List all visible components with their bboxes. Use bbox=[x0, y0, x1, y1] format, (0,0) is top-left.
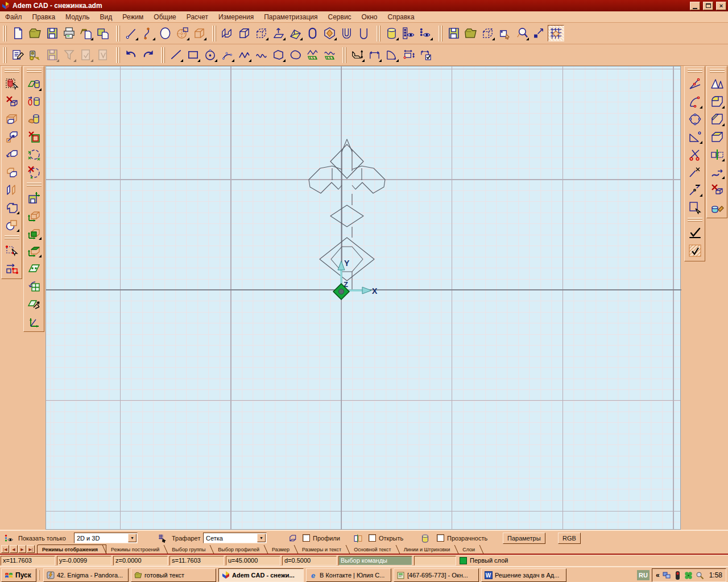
tab-construction-modes[interactable]: Режимы построений bbox=[106, 545, 167, 554]
save-button[interactable] bbox=[44, 25, 60, 41]
layer-visibility-button[interactable] bbox=[400, 25, 417, 41]
stencil-select[interactable]: Сетка ▼ bbox=[203, 533, 267, 543]
toolbar-grip[interactable] bbox=[710, 69, 725, 73]
network-tray-icon[interactable] bbox=[663, 571, 671, 580]
solid-box-button[interactable] bbox=[236, 25, 253, 41]
triangle-node-button[interactable] bbox=[686, 128, 704, 145]
properties-button[interactable] bbox=[10, 47, 26, 63]
toolbar-grip[interactable] bbox=[342, 47, 348, 63]
delete-face-button[interactable] bbox=[25, 128, 43, 145]
taskbar-item-adem-active[interactable]: Adem CAD - снежи... bbox=[218, 568, 304, 582]
axis-triad-button[interactable] bbox=[25, 313, 43, 329]
break-button[interactable] bbox=[686, 181, 704, 198]
chevron-down-icon[interactable]: ▼ bbox=[128, 534, 136, 542]
menu-service[interactable]: Сервис bbox=[323, 12, 357, 22]
spline-tool-button[interactable] bbox=[253, 47, 270, 63]
menu-mode[interactable]: Режим bbox=[117, 12, 148, 22]
chamfer-surface-button[interactable] bbox=[708, 111, 726, 127]
apply-check-button[interactable] bbox=[686, 225, 704, 241]
solid-shield-button[interactable] bbox=[321, 25, 338, 41]
cylinder-ops-button[interactable] bbox=[383, 25, 400, 41]
icq-clover-tray-icon[interactable] bbox=[684, 571, 693, 580]
point-visibility-button[interactable] bbox=[417, 25, 434, 41]
profiles-icon-button[interactable] bbox=[288, 533, 299, 544]
new-file-button[interactable] bbox=[10, 25, 26, 41]
toolbar-grip[interactable] bbox=[3, 47, 8, 63]
menu-calc[interactable]: Расчет bbox=[181, 12, 213, 22]
taskbar-item-winamp[interactable]: 42. Enigma - Pandora... bbox=[43, 568, 129, 582]
tab-lines-hatch[interactable]: Линии и Штриховки bbox=[399, 545, 458, 554]
menu-edit[interactable]: Правка bbox=[27, 12, 61, 22]
hatch-spline-tool-button[interactable] bbox=[321, 47, 338, 63]
menu-module[interactable]: Модуль bbox=[60, 12, 95, 22]
toolbar-grip[interactable] bbox=[27, 182, 42, 187]
redo-button[interactable] bbox=[140, 47, 156, 63]
closed-spline-tool-button[interactable] bbox=[287, 47, 304, 63]
solid-u-profile-button[interactable] bbox=[355, 25, 372, 41]
section-plane-button[interactable] bbox=[25, 76, 43, 92]
project-cylinder-button[interactable] bbox=[25, 93, 43, 110]
hatch-contour-tool-button[interactable] bbox=[304, 47, 321, 63]
menu-file[interactable]: Файл bbox=[0, 12, 27, 22]
contour-tool-button[interactable] bbox=[270, 47, 287, 63]
toolbar-grip[interactable] bbox=[5, 235, 19, 240]
move-points-button[interactable] bbox=[3, 260, 20, 276]
transparency-icon-button[interactable] bbox=[420, 533, 431, 544]
measure-radius-button[interactable] bbox=[686, 93, 704, 110]
surface-mesh-button[interactable] bbox=[708, 76, 726, 92]
sketch-box-button[interactable] bbox=[191, 25, 208, 41]
show-only-select[interactable]: 2D и 3D ▼ bbox=[74, 533, 138, 543]
tab-dims-text[interactable]: Размеры и текст bbox=[297, 545, 349, 554]
toolbar-grip[interactable] bbox=[377, 26, 382, 41]
delete-circle-button[interactable] bbox=[25, 164, 43, 180]
snap-point-button[interactable] bbox=[531, 25, 547, 41]
rotate-grid-button[interactable] bbox=[25, 277, 43, 294]
menu-view[interactable]: Вид bbox=[95, 12, 118, 22]
rgb-button[interactable]: RGB bbox=[558, 533, 581, 544]
solid-bend-button[interactable] bbox=[338, 25, 355, 41]
select-solid-button[interactable] bbox=[3, 76, 20, 92]
snowflake-sketch[interactable] bbox=[309, 139, 385, 290]
taskbar-grip[interactable] bbox=[39, 570, 41, 580]
zoom-tool-button[interactable] bbox=[514, 25, 530, 41]
layer-color-chip[interactable] bbox=[460, 557, 467, 564]
dim-auto-button[interactable] bbox=[349, 47, 366, 63]
rectangle-tool-button[interactable] bbox=[185, 47, 201, 63]
circle-marks-button[interactable] bbox=[25, 146, 43, 163]
tray-overflow-chevron[interactable]: « bbox=[656, 571, 660, 579]
arc-tool-button[interactable] bbox=[219, 47, 235, 63]
dim-linear-button[interactable] bbox=[366, 47, 383, 63]
start-button[interactable]: Пуск bbox=[1, 568, 36, 582]
solid-boolean-button[interactable] bbox=[3, 217, 20, 233]
toolbar-grip[interactable] bbox=[439, 26, 444, 41]
profiles-checkbox[interactable] bbox=[303, 534, 310, 542]
insert-fragment-button[interactable] bbox=[78, 25, 94, 41]
work-plane-button[interactable] bbox=[25, 260, 43, 276]
show-points-button[interactable] bbox=[3, 533, 14, 544]
sketch-sphere-button[interactable] bbox=[174, 25, 191, 41]
closed-curve-button[interactable] bbox=[686, 111, 704, 127]
stencil-icon-button[interactable] bbox=[157, 533, 168, 544]
ucs-toggle-button[interactable] bbox=[497, 25, 513, 41]
toolbar-grip[interactable] bbox=[116, 47, 121, 63]
tab-display-modes[interactable]: Режимы отображения bbox=[37, 544, 106, 554]
delete-solid-button[interactable] bbox=[3, 93, 20, 110]
sketch-curve-button[interactable] bbox=[140, 25, 156, 41]
ucs-box-y-button[interactable] bbox=[25, 225, 43, 241]
solid-pair-button[interactable] bbox=[3, 181, 20, 198]
search-tray-icon[interactable] bbox=[696, 571, 704, 580]
dim-size-button[interactable] bbox=[400, 47, 417, 63]
edit-cylinder-button[interactable] bbox=[25, 111, 43, 127]
solid-wall-button[interactable] bbox=[219, 25, 235, 41]
copy-solid-button[interactable] bbox=[3, 111, 20, 127]
open-view-button[interactable] bbox=[462, 25, 479, 41]
circle-tool-button[interactable] bbox=[202, 47, 218, 63]
maximize-button[interactable] bbox=[703, 2, 713, 10]
status-tray-icon[interactable] bbox=[674, 571, 681, 580]
save-ucs-button[interactable] bbox=[25, 189, 43, 206]
tab-scroll-next-button[interactable]: ▶ bbox=[18, 545, 26, 553]
open-icon-button[interactable] bbox=[353, 533, 363, 544]
solid-box-dashed-button[interactable] bbox=[253, 25, 270, 41]
tab-main-text[interactable]: Основной текст bbox=[349, 545, 399, 554]
sketch-ellipse-button[interactable] bbox=[157, 25, 173, 41]
